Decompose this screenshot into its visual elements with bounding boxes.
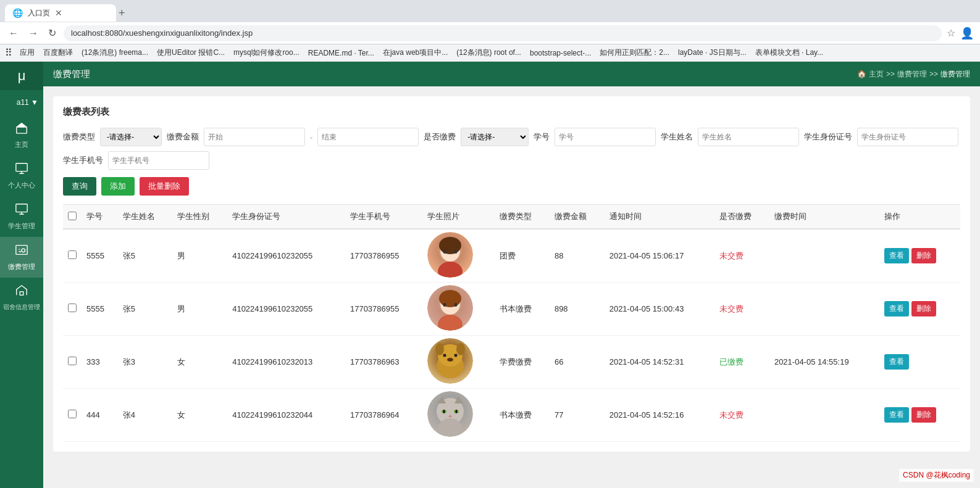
new-tab-button[interactable]: +: [119, 7, 125, 20]
student-photo: [427, 232, 473, 278]
th-notify-time: 通知时间: [605, 205, 714, 230]
bookmark-layform[interactable]: 表单模块文档 · Lay...: [752, 46, 827, 59]
view-button[interactable]: 查看: [884, 407, 909, 423]
svg-point-28: [447, 358, 453, 362]
apps-icon[interactable]: ⠿: [5, 47, 12, 59]
user-account-icon[interactable]: 👤: [960, 27, 974, 40]
fee-amount-cell: 77: [550, 389, 605, 442]
notify-time-cell: 2021-04-05 14:52:31: [605, 336, 714, 389]
photo-cell: [422, 389, 495, 442]
bookmark-readme[interactable]: README.md · Ter...: [304, 48, 378, 59]
notify-time-cell: 2021-04-05 14:52:16: [605, 389, 714, 442]
student-id-cell: 333: [82, 336, 118, 389]
back-button[interactable]: ←: [6, 27, 21, 40]
delete-button[interactable]: 删除: [911, 407, 936, 423]
bookmark-root[interactable]: (12条消息) root of...: [453, 46, 525, 59]
filter-type-select[interactable]: -请选择- 团费 书本缴费 学费缴费: [100, 128, 162, 146]
bookmark-bootstrap[interactable]: bootstrap-select-...: [526, 48, 595, 59]
svg-rect-5: [20, 292, 23, 296]
delete-batch-button[interactable]: 批量删除: [140, 177, 189, 196]
student-photo: [427, 338, 473, 384]
row-checkbox[interactable]: [68, 410, 77, 418]
bookmark-fanyi[interactable]: 百度翻译: [40, 46, 77, 59]
select-all-checkbox[interactable]: [68, 212, 77, 220]
student-phone-cell: 17703786955: [345, 229, 422, 283]
svg-rect-0: [17, 127, 27, 133]
fee-type-cell: 书本缴费: [495, 283, 550, 336]
th-checkbox: [63, 205, 82, 230]
paid-time-cell: [769, 389, 879, 442]
th-phone: 学生手机号: [345, 205, 422, 230]
breadcrumb: 🏠 主页 >> 缴费管理 >> 缴费管理: [857, 69, 970, 80]
table-wrap: 学号 学生姓名 学生性别 学生身份证号 学生手机号 学生照片 缴费类型 缴费金额…: [63, 204, 960, 442]
filter-name-input[interactable]: [698, 128, 799, 146]
th-actions: 操作: [879, 205, 960, 230]
th-fee-type: 缴费类型: [495, 205, 550, 230]
filter-id-input[interactable]: [555, 128, 656, 146]
sidebar-item-student[interactable]: 学生管理: [0, 196, 43, 237]
delete-button[interactable]: 删除: [911, 301, 936, 316]
student-idcard-cell: 410224199610232055: [227, 229, 345, 283]
forward-button[interactable]: →: [26, 27, 41, 40]
paid-status-cell: 未交费: [714, 283, 769, 336]
row-checkbox[interactable]: [68, 357, 77, 365]
fee-type-cell: 学费缴费: [495, 336, 550, 389]
bookmark-star[interactable]: ☆: [947, 27, 955, 39]
bookmark-java[interactable]: 在java web项目中...: [379, 46, 451, 59]
view-button[interactable]: 查看: [884, 354, 909, 370]
student-gender-cell: 女: [172, 336, 227, 389]
th-fee-amount: 缴费金额: [550, 205, 605, 230]
search-button[interactable]: 查询: [63, 177, 96, 196]
student-id-cell: 5555: [82, 283, 118, 336]
filter-idcard-input[interactable]: [857, 128, 958, 146]
user-info[interactable]: a11 ▼: [17, 98, 38, 107]
actions-cell: 查看删除: [879, 229, 960, 283]
svg-rect-1: [16, 163, 27, 172]
reload-button[interactable]: ↻: [46, 26, 59, 40]
browser-tab[interactable]: 🌐 入口页 ✕: [5, 4, 116, 22]
student-phone-cell: 17703786963: [345, 336, 422, 389]
svg-point-4: [22, 249, 25, 252]
address-bar-input[interactable]: [64, 25, 942, 41]
sidebar-item-dormitory[interactable]: 宿舍信息管理: [0, 278, 43, 318]
fee-icon: [15, 243, 28, 260]
row-checkbox[interactable]: [68, 304, 77, 312]
sidebar-item-fee[interactable]: 缴费管理: [0, 237, 43, 278]
panel-title: 缴费表列表: [63, 106, 960, 118]
table-row: 5555张5男41022419961023205517703786955团费88…: [63, 229, 960, 283]
bookmark-ueditor[interactable]: 使用UEditor 报错C...: [153, 46, 228, 59]
bookmark-mysql[interactable]: mysql如何修改roo...: [230, 46, 303, 59]
actions-cell: 查看: [879, 336, 960, 389]
student-phone-cell: 17703786964: [345, 389, 422, 442]
sidebar-item-personal[interactable]: 个人中心: [0, 155, 43, 196]
svg-point-19: [454, 303, 457, 307]
bookmark-apps[interactable]: 应用: [16, 46, 38, 59]
main-panel: 缴费表列表 缴费类型 -请选择- 团费 书本缴费 学费缴费 缴费金额 - 是否缴…: [53, 96, 970, 452]
bookmark-regex[interactable]: 如何用正则匹配：2...: [596, 46, 673, 59]
sidebar-label-home: 主页: [15, 140, 28, 149]
delete-button[interactable]: 删除: [911, 248, 936, 263]
photo-cell: [422, 336, 495, 389]
sidebar-label-fee: 缴费管理: [8, 262, 35, 271]
actions-cell: 查看删除: [879, 389, 960, 442]
row-checkbox[interactable]: [68, 250, 77, 259]
filter-phone-input[interactable]: [108, 151, 209, 170]
view-button[interactable]: 查看: [884, 301, 909, 316]
filter-amount-end[interactable]: [317, 128, 419, 146]
breadcrumb-sep1: >>: [886, 70, 895, 78]
sidebar-item-home[interactable]: 主页: [0, 115, 43, 155]
svg-point-25: [456, 343, 465, 355]
tab-close-btn[interactable]: ✕: [55, 8, 62, 18]
bookmark-laydate[interactable]: layDate · JS日期与...: [674, 46, 750, 59]
add-button[interactable]: 添加: [101, 177, 135, 196]
fee-table: 学号 学生姓名 学生性别 学生身份证号 学生手机号 学生照片 缴费类型 缴费金额…: [63, 204, 960, 442]
view-button[interactable]: 查看: [884, 248, 909, 263]
bookmark-freema[interactable]: (12条消息) freema...: [78, 46, 152, 59]
filter-paid-select[interactable]: -请选择- 已缴费 未交费: [461, 128, 529, 146]
svg-point-35: [443, 410, 445, 413]
filter-paid-label: 是否缴费: [424, 131, 456, 143]
paid-status-cell: 未交费: [714, 229, 769, 283]
student-idcard-cell: 410224199610232055: [227, 283, 345, 336]
filter-amount-start[interactable]: [204, 128, 305, 146]
table-row: 5555张5男41022419961023205517703786955书本缴费…: [63, 283, 960, 336]
